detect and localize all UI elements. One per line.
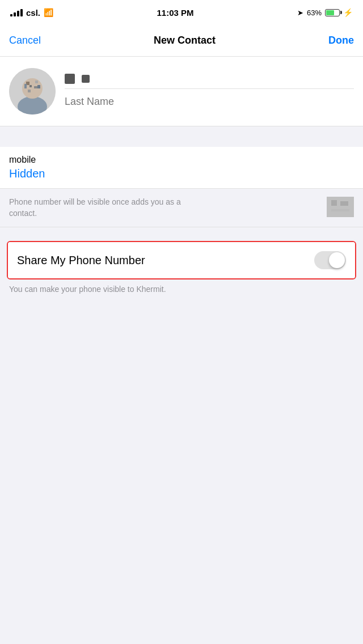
name-fields bbox=[65, 68, 354, 110]
svg-rect-7 bbox=[28, 90, 31, 92]
battery-icon bbox=[325, 9, 340, 16]
location-icon: ➤ bbox=[297, 9, 303, 17]
last-name-input[interactable] bbox=[65, 94, 354, 110]
svg-rect-12 bbox=[340, 201, 348, 206]
svg-rect-8 bbox=[24, 84, 27, 88]
svg-rect-9 bbox=[37, 85, 40, 88]
share-section-container: Share My Phone Number bbox=[0, 227, 363, 279]
info-thumbnail bbox=[327, 197, 354, 217]
avatar-image bbox=[9, 68, 56, 115]
share-phone-label: Share My Phone Number bbox=[17, 254, 145, 267]
share-caption: You can make your phone visible to Kherm… bbox=[0, 279, 363, 304]
bottom-area bbox=[0, 304, 363, 503]
section-divider bbox=[0, 126, 363, 147]
done-button[interactable]: Done bbox=[328, 35, 354, 46]
share-row: Share My Phone Number bbox=[8, 242, 355, 278]
svg-rect-5 bbox=[29, 85, 32, 87]
toggle-knob bbox=[329, 252, 345, 268]
avatar[interactable] bbox=[9, 68, 56, 115]
page-title: New Contact bbox=[154, 35, 216, 46]
info-text: Phone number will be visible once adds y… bbox=[9, 197, 191, 219]
info-section: Phone number will be visible once adds y… bbox=[0, 189, 363, 227]
contact-form bbox=[0, 57, 363, 126]
status-right: ➤ 63% ⚡ bbox=[297, 8, 353, 17]
svg-rect-4 bbox=[35, 80, 38, 83]
svg-rect-10 bbox=[327, 197, 354, 217]
cancel-button[interactable]: Cancel bbox=[9, 35, 41, 46]
thumbnail-image bbox=[327, 197, 354, 217]
status-left: csl. 📶 bbox=[10, 8, 53, 18]
svg-rect-13 bbox=[331, 209, 349, 211]
signal-icon bbox=[10, 9, 23, 16]
charging-icon: ⚡ bbox=[343, 8, 353, 17]
share-phone-toggle[interactable] bbox=[314, 251, 346, 269]
clock: 11:03 PM bbox=[157, 8, 193, 18]
wifi-icon: 📶 bbox=[44, 8, 53, 17]
phone-type-label: mobile bbox=[9, 155, 354, 165]
first-name-icon bbox=[65, 74, 75, 84]
nav-bar: Cancel New Contact Done bbox=[0, 25, 363, 57]
status-bar: csl. 📶 11:03 PM ➤ 63% ⚡ bbox=[0, 0, 363, 25]
phone-section: mobile Hidden bbox=[0, 147, 363, 189]
battery-percent: 63% bbox=[307, 9, 322, 17]
first-name-icon-2 bbox=[82, 75, 90, 83]
svg-rect-11 bbox=[331, 200, 337, 206]
share-phone-section: Share My Phone Number bbox=[7, 241, 356, 279]
svg-rect-6 bbox=[34, 86, 37, 88]
first-name-row bbox=[65, 74, 354, 89]
phone-value: Hidden bbox=[9, 167, 354, 180]
carrier-label: csl. bbox=[26, 8, 40, 18]
